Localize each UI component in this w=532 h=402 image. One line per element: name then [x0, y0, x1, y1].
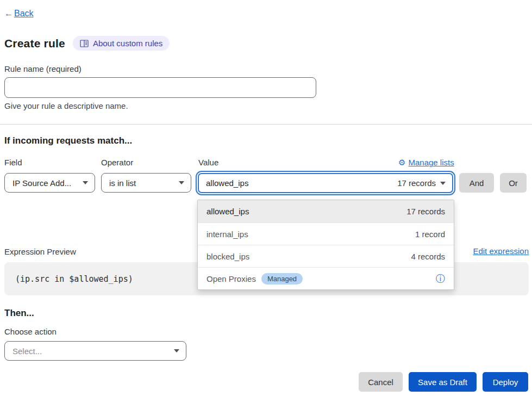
info-icon[interactable]: ⓘ	[436, 274, 445, 283]
value-dropdown-panel: allowed_ips 17 records internal_ips 1 re…	[197, 200, 454, 290]
about-custom-rules-link[interactable]: About custom rules	[73, 36, 170, 51]
operator-label: Operator	[101, 158, 133, 167]
page-title: Create rule	[4, 37, 65, 50]
option-name: internal_ips	[206, 230, 248, 239]
value-select-records: 17 records	[397, 178, 436, 188]
expression-preview-label: Expression Preview	[4, 247, 76, 256]
action-select[interactable]: Select...	[4, 341, 186, 361]
back-link[interactable]: ← Back	[4, 9, 34, 18]
action-select-placeholder: Select...	[12, 347, 42, 356]
field-select-value: IP Source Add...	[12, 178, 71, 188]
field-select[interactable]: IP Source Add...	[4, 173, 95, 193]
title-row: Create rule About custom rules	[4, 36, 170, 51]
rule-name-helper: Give your rule a descriptive name.	[4, 101, 128, 110]
rule-name-label: Rule name (required)	[4, 64, 82, 73]
create-rule-page: ← Back Create rule About custom rules Ru…	[0, 0, 532, 402]
back-link-label: Back	[14, 9, 34, 18]
then-section-heading: Then...	[4, 308, 34, 319]
manage-lists-link[interactable]: ⚙ Manage lists	[398, 158, 454, 167]
operator-select[interactable]: is in list	[101, 173, 191, 193]
list-item-open-proxies[interactable]: Open Proxies Managed ⓘ	[198, 267, 454, 289]
managed-badge: Managed	[261, 273, 303, 285]
chevron-down-icon	[440, 182, 446, 185]
field-label: Field	[4, 158, 22, 167]
list-item-allowed-ips[interactable]: allowed_ips 17 records	[198, 200, 454, 222]
option-name: Open Proxies	[206, 274, 256, 283]
match-section-heading: If incoming requests match...	[4, 135, 132, 146]
option-name: blocked_ips	[206, 252, 249, 261]
option-records: 17 records	[406, 207, 445, 216]
chevron-down-icon	[179, 181, 184, 184]
list-item-internal-ips[interactable]: internal_ips 1 record	[198, 222, 454, 245]
and-button[interactable]: And	[459, 173, 494, 193]
edit-expression-link[interactable]: Edit expression	[473, 246, 529, 256]
rule-name-input[interactable]	[4, 77, 316, 98]
chevron-down-icon	[174, 349, 179, 352]
manage-lists-label: Manage lists	[408, 158, 454, 167]
or-button[interactable]: Or	[500, 173, 527, 193]
option-records: 4 records	[411, 252, 445, 261]
list-item-blocked-ips[interactable]: blocked_ips 4 records	[198, 245, 454, 267]
value-select-selected: allowed_ips	[206, 178, 248, 188]
value-select[interactable]: allowed_ips 17 records	[198, 173, 453, 193]
book-icon	[80, 40, 89, 47]
option-records: 1 record	[415, 230, 445, 239]
chevron-down-icon	[83, 181, 88, 184]
about-badge-label: About custom rules	[93, 39, 162, 48]
operator-select-value: is in list	[109, 178, 136, 188]
arrow-left-icon: ←	[4, 9, 13, 18]
expression-code: (ip.src in $allowed_ips)	[15, 274, 133, 284]
gear-icon: ⚙	[398, 158, 405, 166]
cancel-button[interactable]: Cancel	[359, 372, 403, 392]
section-divider	[0, 124, 532, 125]
save-as-draft-button[interactable]: Save as Draft	[409, 372, 477, 392]
deploy-button[interactable]: Deploy	[483, 372, 528, 392]
option-name: allowed_ips	[206, 207, 249, 216]
value-label: Value	[198, 158, 218, 167]
choose-action-label: Choose action	[4, 327, 57, 336]
